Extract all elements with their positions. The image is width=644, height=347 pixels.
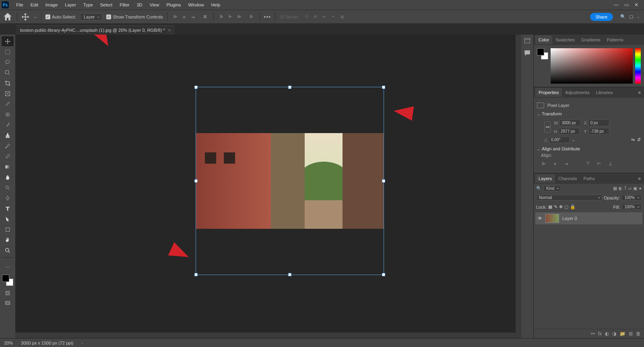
lock-artboard-icon[interactable]: ▢ — [564, 204, 568, 209]
filter-smart-icon[interactable]: ▣ — [633, 186, 637, 191]
vertical-scrollbar[interactable] — [516, 35, 521, 338]
zoom-level[interactable]: 20% — [4, 341, 13, 345]
filter-adjust-icon[interactable]: ◐ — [619, 186, 623, 191]
maximize-icon[interactable]: ▭ — [624, 2, 629, 8]
distribute-more-icon[interactable]: ⊪ — [248, 13, 256, 21]
blur-tool[interactable] — [2, 172, 14, 182]
edit-toolbar-icon[interactable]: ⋯ — [2, 263, 14, 273]
history-brush-tool[interactable] — [2, 141, 14, 151]
eyedropper-tool[interactable] — [2, 99, 14, 109]
search-icon[interactable]: 🔍 — [536, 186, 542, 191]
distribute-center-v-icon[interactable]: ⊩ — [227, 13, 235, 21]
y-input[interactable]: -738 px — [588, 128, 609, 135]
tab-patterns[interactable]: Patterns — [604, 35, 627, 44]
brush-tool[interactable] — [2, 120, 14, 130]
minimize-icon[interactable]: — — [614, 2, 619, 8]
align-left-icon[interactable]: ⊫ — [171, 13, 180, 21]
move-tool[interactable] — [2, 36, 14, 46]
share-button[interactable]: Share — [590, 13, 613, 21]
panel-menu-icon[interactable]: ≡ — [638, 176, 642, 181]
auto-select-dropdown[interactable]: Layer — [80, 13, 103, 21]
lock-image-icon[interactable]: ✎ — [554, 204, 557, 209]
align-center-v-icon[interactable]: ⊢ — [595, 159, 604, 168]
foreground-background-colors[interactable] — [2, 275, 13, 286]
tab-channels[interactable]: Channels — [555, 174, 580, 183]
selection-tool[interactable] — [2, 68, 14, 78]
align-right-icon[interactable]: ⫤ — [562, 159, 571, 168]
transform-handle-tm[interactable] — [288, 86, 291, 89]
tab-layers[interactable]: Layers — [535, 174, 555, 183]
align-section-header[interactable]: Align and Distribute — [537, 145, 641, 153]
link-layers-icon[interactable]: ⚯ — [591, 331, 595, 337]
transform-handle-br[interactable] — [382, 273, 385, 276]
auto-select-checkbox[interactable]: ✓Auto-Select: — [45, 14, 76, 19]
panel-menu-icon[interactable]: ≡ — [638, 90, 642, 95]
menu-file[interactable]: File — [13, 1, 27, 8]
tab-adjustments[interactable]: Adjustments — [562, 88, 593, 97]
transform-handle-tl[interactable] — [194, 86, 198, 89]
home-icon[interactable] — [2, 12, 13, 22]
horizontal-scrollbar[interactable] — [15, 333, 516, 338]
group-icon[interactable]: 📁 — [619, 331, 625, 337]
color-field[interactable] — [551, 48, 633, 84]
tab-swatches[interactable]: Swatches — [552, 35, 578, 44]
align-more-icon[interactable]: ≣ — [201, 13, 209, 21]
menu-layer[interactable]: Layer — [62, 1, 79, 8]
document-tab[interactable]: boston-public-library-4yPHC…unsplash (1)… — [16, 25, 175, 35]
tab-libraries[interactable]: Libraries — [593, 88, 616, 97]
layer-style-icon[interactable]: fx — [598, 331, 602, 337]
transform-section-header[interactable]: Transform — [537, 110, 641, 118]
tab-gradients[interactable]: Gradients — [578, 35, 604, 44]
flip-vertical-icon[interactable]: ⇵ — [637, 137, 641, 142]
link-wh-icon[interactable]: ⚯ — [544, 121, 551, 133]
menu-type[interactable]: Type — [80, 1, 96, 8]
new-layer-icon[interactable]: ⊞ — [629, 331, 633, 337]
filter-shape-icon[interactable]: ▱ — [628, 186, 632, 191]
tab-close-icon[interactable]: × — [168, 28, 171, 33]
filter-kind-dropdown[interactable]: Kind — [543, 185, 561, 191]
align-center-h-icon[interactable]: ≡ — [180, 13, 188, 21]
transform-handle-bm[interactable] — [288, 273, 291, 276]
lock-position-icon[interactable]: ✥ — [559, 204, 563, 209]
flip-horizontal-icon[interactable]: ⇋ — [631, 137, 635, 142]
layer-thumbnail[interactable] — [545, 214, 559, 223]
menu-select[interactable]: Select — [97, 1, 116, 8]
filter-toggle-icon[interactable]: ● — [639, 186, 642, 191]
lock-all-icon[interactable]: 🔒 — [570, 204, 576, 209]
workspace-icon[interactable]: ▢ — [629, 14, 633, 19]
tab-color[interactable]: Color — [535, 35, 552, 44]
screen-mode-icon[interactable] — [2, 298, 14, 308]
marquee-tool[interactable] — [2, 47, 14, 57]
eraser-tool[interactable] — [2, 151, 14, 161]
layer-item[interactable]: 👁 Layer 0 — [535, 212, 642, 224]
history-panel-icon[interactable] — [523, 37, 531, 45]
angle-input[interactable]: 0.00° — [549, 136, 570, 143]
opacity-input[interactable]: 100% — [621, 195, 642, 201]
type-tool[interactable] — [2, 203, 14, 214]
lock-transparency-icon[interactable]: ▦ — [548, 204, 552, 209]
transform-handle-tr[interactable] — [382, 86, 385, 89]
distribute-bottom-icon[interactable]: ⊫ — [235, 13, 244, 21]
distribute-top-icon[interactable]: ⊪ — [218, 13, 226, 21]
visibility-icon[interactable]: 👁 — [538, 216, 542, 221]
move-tool-icon[interactable] — [21, 13, 29, 21]
dodge-tool[interactable] — [2, 183, 14, 193]
adjustment-layer-icon[interactable]: ◑ — [612, 331, 616, 337]
tab-paths[interactable]: Paths — [580, 174, 598, 183]
transform-handle-bl[interactable] — [194, 273, 198, 276]
x-input[interactable]: 0 px — [588, 119, 609, 126]
tab-properties[interactable]: Properties — [535, 88, 562, 97]
stamp-tool[interactable] — [2, 130, 14, 140]
more-options-icon[interactable]: ••• — [264, 14, 271, 20]
healing-tool[interactable] — [2, 109, 14, 119]
blend-mode-dropdown[interactable]: Normal — [536, 195, 602, 201]
zoom-tool[interactable] — [2, 245, 14, 255]
align-top-icon[interactable]: ⊤ — [584, 159, 592, 168]
filter-pixel-icon[interactable]: ▦ — [613, 186, 617, 191]
menu-3d[interactable]: 3D — [134, 1, 146, 8]
width-input[interactable]: 3000 px — [559, 119, 580, 126]
menu-help[interactable]: Help — [208, 1, 224, 8]
menu-edit[interactable]: Edit — [27, 1, 41, 8]
canvas-area[interactable] — [15, 35, 521, 338]
show-transform-checkbox[interactable]: ✓Show Transform Controls — [106, 14, 163, 19]
